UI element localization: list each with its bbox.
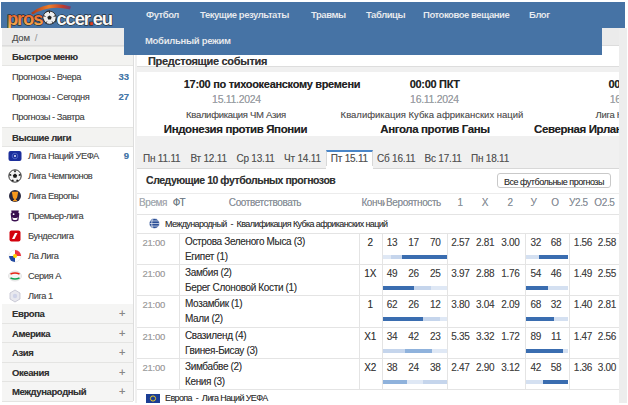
svg-text:pros: pros bbox=[7, 8, 43, 29]
svg-text:ccer.eu: ccer.eu bbox=[57, 8, 113, 29]
